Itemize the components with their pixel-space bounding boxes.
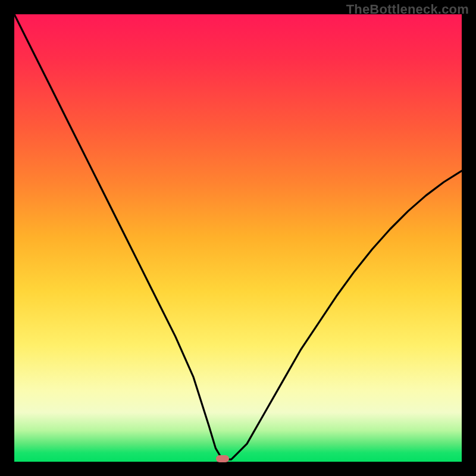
bottleneck-curve [14, 14, 462, 462]
plot-area [14, 14, 462, 462]
watermark-text: TheBottleneck.com [346, 2, 469, 17]
optimum-marker [216, 455, 229, 462]
chart-container: TheBottleneck.com [0, 0, 476, 476]
